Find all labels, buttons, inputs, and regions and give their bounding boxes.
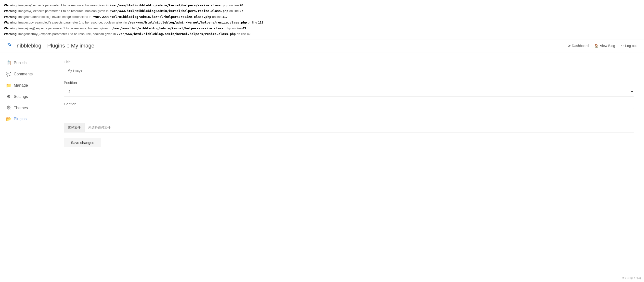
sidebar-label-themes: Themes	[14, 106, 28, 110]
position-label: Position	[64, 81, 634, 85]
sidebar-label-manage: Manage	[14, 83, 28, 88]
dashboard-icon: ⟳	[568, 44, 571, 48]
dashboard-link[interactable]: ⟳ Dashboard	[568, 44, 589, 48]
home-icon: 🏠	[594, 44, 599, 48]
top-bar: 🐾 nibbleblog – Plugins :: My image ⟳ Das…	[0, 39, 644, 52]
main-layout: 📋Publish💬Comments📁Manage⚙Settings🖼Themes…	[0, 52, 644, 268]
logout-label: Log out	[625, 44, 637, 48]
sidebar-item-publish[interactable]: 📋Publish	[0, 57, 54, 69]
file-input-row: 选择文件 未选择任何文件	[64, 123, 634, 133]
sidebar-item-settings[interactable]: ⚙Settings	[0, 91, 54, 102]
sidebar-label-plugins: Plugins	[14, 117, 26, 121]
position-select[interactable]: 4 1 2 3 5	[64, 87, 634, 96]
title-label: Title	[64, 60, 634, 64]
sidebar-label-settings: Settings	[14, 95, 28, 99]
file-choose-button[interactable]: 选择文件	[64, 123, 85, 132]
sidebar-item-themes[interactable]: 🖼Themes	[0, 102, 54, 113]
logout-link[interactable]: ↪ Log out	[621, 44, 637, 48]
save-changes-button[interactable]: Save changes	[64, 138, 101, 147]
position-group: Position 4 1 2 3 5	[64, 81, 634, 96]
logout-icon: ↪	[621, 44, 624, 48]
warnings-section: Warning: imagesx() expects parameter 1 t…	[0, 0, 644, 39]
top-bar-right: ⟳ Dashboard 🏠 View Blog ↪ Log out	[568, 44, 637, 48]
app-title: nibbleblog – Plugins :: My image	[17, 43, 94, 49]
sidebar-label-comments: Comments	[14, 72, 32, 76]
file-input-wrapper: 选择文件 未选择任何文件	[64, 123, 634, 133]
title-group: Title	[64, 60, 634, 75]
sidebar-item-manage[interactable]: 📁Manage	[0, 80, 54, 91]
comments-icon: 💬	[6, 71, 11, 77]
sidebar-item-comments[interactable]: 💬Comments	[0, 69, 54, 80]
file-name-display: 未选择任何文件	[85, 123, 634, 132]
view-blog-label: View Blog	[600, 44, 615, 48]
title-input[interactable]	[64, 66, 634, 75]
sidebar-item-plugins[interactable]: 📂Plugins	[0, 113, 54, 125]
sidebar-label-publish: Publish	[14, 61, 26, 65]
caption-input[interactable]	[64, 108, 634, 117]
plugins-icon: 📂	[6, 116, 11, 122]
dashboard-label: Dashboard	[572, 44, 589, 48]
caption-label: Caption	[64, 102, 634, 106]
top-bar-left: 🐾 nibbleblog – Plugins :: My image	[7, 42, 94, 49]
save-button-wrapper: Save changes	[64, 138, 634, 147]
view-blog-link[interactable]: 🏠 View Blog	[594, 44, 615, 48]
logo-icon: 🐾	[7, 42, 14, 49]
publish-icon: 📋	[6, 60, 11, 66]
manage-icon: 📁	[6, 83, 11, 88]
caption-group: Caption	[64, 102, 634, 117]
sidebar: 📋Publish💬Comments📁Manage⚙Settings🖼Themes…	[0, 52, 54, 268]
settings-icon: ⚙	[6, 94, 11, 99]
content-area: Title Position 4 1 2 3 5 Caption 选	[54, 52, 644, 268]
themes-icon: 🖼	[6, 105, 11, 110]
